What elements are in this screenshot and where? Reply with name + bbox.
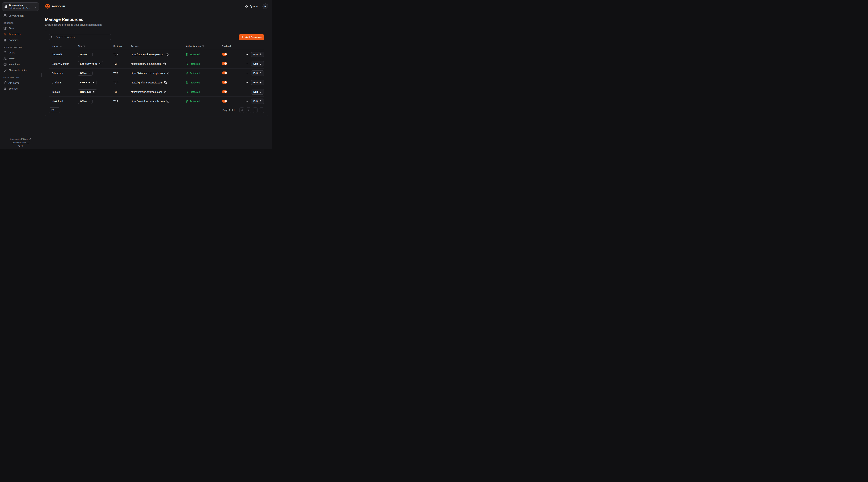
site-link[interactable]: AWS VPC bbox=[78, 80, 97, 85]
edit-label: Edit bbox=[253, 62, 258, 65]
edit-label: Edit bbox=[253, 53, 258, 56]
add-resource-button[interactable]: Add Resource bbox=[239, 34, 264, 40]
sidebar-item-sites[interactable]: Sites bbox=[2, 25, 39, 31]
column-header-name[interactable]: Name bbox=[49, 45, 75, 48]
site-link[interactable]: Home Lab bbox=[78, 89, 97, 94]
arrow-up-right-icon bbox=[92, 82, 94, 84]
site-name: Office bbox=[80, 100, 87, 102]
toggle-knob bbox=[224, 62, 227, 65]
copy-url-button[interactable] bbox=[164, 81, 167, 84]
community-edition-link[interactable]: Community Edition bbox=[10, 138, 31, 140]
edit-button[interactable]: Edit bbox=[251, 70, 264, 76]
arrow-right-icon bbox=[259, 72, 262, 74]
copy-url-button[interactable] bbox=[163, 62, 166, 65]
copy-url-button[interactable] bbox=[166, 100, 169, 102]
sort-icon bbox=[202, 45, 204, 47]
page-size-select[interactable]: 20 bbox=[49, 107, 60, 113]
table-row: BitwardenOfficeTCPhttps://bitwarden.exam… bbox=[49, 68, 264, 78]
sidebar-item-domains[interactable]: Domains bbox=[2, 37, 39, 43]
site-name: Edge Device 01 bbox=[80, 62, 97, 65]
org-selector[interactable]: Organization milo@fossorial.io's ... bbox=[2, 2, 39, 11]
row-menu-button[interactable] bbox=[245, 53, 248, 56]
ellipsis-icon bbox=[245, 62, 248, 65]
copy-url-button[interactable] bbox=[167, 72, 169, 74]
prev-page-button[interactable] bbox=[246, 107, 251, 113]
row-menu-button[interactable] bbox=[245, 100, 248, 103]
sidebar-item-server-admin[interactable]: Server Admin bbox=[2, 13, 39, 19]
edit-button[interactable]: Edit bbox=[251, 52, 264, 57]
search-box[interactable] bbox=[49, 34, 111, 40]
user-avatar[interactable]: M bbox=[262, 3, 268, 9]
sidebar-item-invitations[interactable]: Invitations bbox=[2, 61, 39, 67]
site-link[interactable]: Edge Device 01 bbox=[78, 61, 103, 66]
brand-name: PANGOLIN bbox=[52, 5, 65, 8]
chevron-down-icon bbox=[56, 109, 58, 111]
chevrons-up-down-icon bbox=[34, 5, 37, 8]
next-page-button[interactable] bbox=[253, 107, 258, 113]
last-page-button[interactable] bbox=[259, 107, 264, 113]
row-menu-button[interactable] bbox=[245, 62, 248, 66]
edit-button[interactable]: Edit bbox=[251, 61, 264, 66]
edit-button[interactable]: Edit bbox=[251, 89, 264, 95]
enabled-toggle[interactable] bbox=[222, 90, 227, 93]
copy-icon bbox=[167, 72, 169, 74]
auth-status: Protected bbox=[183, 81, 219, 84]
plus-icon bbox=[241, 36, 244, 38]
pagination: Page 1 of 1 bbox=[222, 107, 264, 113]
column-header-site[interactable]: Site bbox=[75, 45, 111, 48]
resource-name: Battery Monitor bbox=[49, 62, 75, 65]
row-menu-button[interactable] bbox=[245, 71, 248, 75]
arrow-up-right-icon bbox=[99, 63, 101, 65]
chevron-right-icon bbox=[254, 109, 256, 111]
nav-section-label: ACCESS CONTROL bbox=[2, 46, 39, 49]
copy-icon bbox=[166, 53, 168, 56]
copy-url-button[interactable] bbox=[166, 53, 168, 56]
access-url: https://battery.example.com bbox=[131, 62, 161, 65]
edit-button[interactable]: Edit bbox=[251, 80, 264, 85]
brand: PANGOLIN bbox=[45, 4, 65, 9]
sidebar-resize-handle[interactable] bbox=[41, 73, 41, 77]
sidebar: Organization milo@fossorial.io's ... Ser… bbox=[0, 0, 41, 149]
sidebar-item-shareable-links[interactable]: Shareable Links bbox=[2, 67, 39, 73]
chevrons-left-icon bbox=[241, 109, 243, 111]
site-link[interactable]: Office bbox=[78, 99, 93, 104]
auth-label: Protected bbox=[190, 91, 200, 93]
edit-button[interactable]: Edit bbox=[251, 99, 264, 104]
column-header-access: Access bbox=[128, 45, 183, 48]
search-input[interactable] bbox=[55, 36, 109, 39]
sidebar-item-roles[interactable]: Roles bbox=[2, 56, 39, 61]
topbar: PANGOLIN System M bbox=[45, 0, 268, 12]
row-menu-button[interactable] bbox=[245, 90, 248, 94]
row-menu-button[interactable] bbox=[245, 81, 248, 84]
theme-toggle[interactable]: System bbox=[244, 5, 259, 8]
enabled-toggle[interactable] bbox=[222, 81, 227, 84]
documentation-link[interactable]: Documentation bbox=[12, 141, 29, 144]
arrow-up-right-icon bbox=[93, 91, 95, 93]
enabled-toggle[interactable] bbox=[222, 100, 227, 102]
sidebar-item-resources[interactable]: Resources bbox=[2, 31, 39, 37]
sidebar-item-label: Shareable Links bbox=[8, 69, 27, 72]
enabled-toggle[interactable] bbox=[222, 71, 227, 74]
shield-check-icon bbox=[185, 100, 188, 103]
arrow-up-right-icon bbox=[88, 72, 90, 74]
enabled-toggle[interactable] bbox=[222, 62, 227, 65]
sidebar-item-settings[interactable]: Settings bbox=[2, 86, 39, 92]
column-header-authentication[interactable]: Authentication bbox=[183, 45, 219, 48]
enabled-toggle[interactable] bbox=[222, 53, 227, 56]
site-link[interactable]: Office bbox=[78, 52, 93, 57]
sidebar-item-api-keys[interactable]: API Keys bbox=[2, 80, 39, 86]
sidebar-item-users[interactable]: Users bbox=[2, 50, 39, 56]
copy-url-button[interactable] bbox=[164, 91, 166, 93]
column-header-protocol: Protocol bbox=[111, 45, 128, 48]
protocol: TCP bbox=[111, 72, 128, 75]
first-page-button[interactable] bbox=[239, 107, 244, 113]
table-row: GrafanaAWS VPCTCPhttps://grafana.example… bbox=[49, 78, 264, 87]
copy-icon bbox=[166, 100, 169, 102]
nav-section-label: GENERAL bbox=[2, 22, 39, 24]
table-row: ImmichHome LabTCPhttps://immich.example.… bbox=[49, 87, 264, 97]
user-icon bbox=[3, 51, 7, 54]
access-url: https://immich.example.com bbox=[131, 91, 162, 93]
auth-status: Protected bbox=[183, 100, 219, 103]
site-link[interactable]: Office bbox=[78, 71, 93, 76]
server-icon bbox=[3, 14, 7, 18]
